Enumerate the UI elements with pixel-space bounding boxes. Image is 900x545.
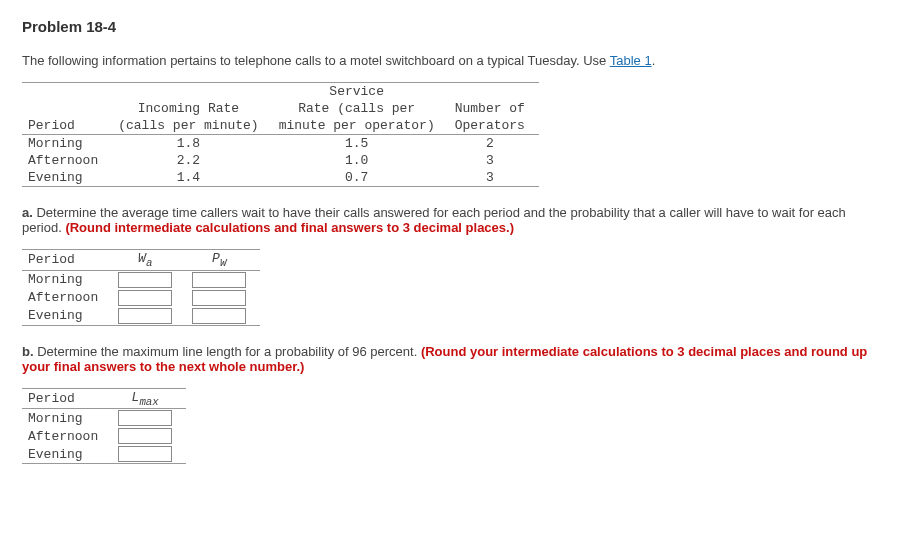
- table-row: Morning 1.8 1.5 2: [22, 135, 539, 153]
- part-a-table: Period Wa PW Morning Afternoon Evening: [22, 249, 260, 326]
- a-pw-input-evening[interactable]: [192, 308, 246, 324]
- part-b-text: Determine the maximum line length for a …: [34, 344, 421, 359]
- service-header-2: minute per operator): [273, 117, 449, 135]
- cell-service: 1.0: [273, 152, 449, 169]
- cell-ops: 3: [449, 152, 539, 169]
- period-header: Period: [22, 117, 112, 135]
- table-1-link[interactable]: Table 1: [610, 53, 652, 68]
- a-pw-input-morning[interactable]: [192, 272, 246, 288]
- cell-service: 0.7: [273, 169, 449, 187]
- b-period: Afternoon: [22, 427, 112, 445]
- table-row: Afternoon: [22, 289, 260, 307]
- part-a-question: a. Determine the average time callers wa…: [22, 205, 878, 235]
- intro-pre: The following information pertains to te…: [22, 53, 610, 68]
- b-period-header: Period: [22, 388, 112, 409]
- incoming-header-1: Incoming Rate: [112, 100, 272, 117]
- table-row: Evening 1.4 0.7 3: [22, 169, 539, 187]
- intro-post: .: [652, 53, 656, 68]
- part-a-note: (Round intermediate calculations and fin…: [65, 220, 514, 235]
- cell-service: 1.5: [273, 135, 449, 153]
- table-row: Afternoon: [22, 427, 186, 445]
- page-title: Problem 18-4: [22, 18, 878, 35]
- a-pw-input-afternoon[interactable]: [192, 290, 246, 306]
- incoming-header-2: (calls per minute): [112, 117, 272, 135]
- a-period: Evening: [22, 307, 112, 326]
- cell-ops: 2: [449, 135, 539, 153]
- a-period: Afternoon: [22, 289, 112, 307]
- b-period: Morning: [22, 409, 112, 428]
- ops-header-1: Number of: [449, 100, 539, 117]
- a-wa-input-morning[interactable]: [118, 272, 172, 288]
- b-lmax-input-afternoon[interactable]: [118, 428, 172, 444]
- cell-period: Afternoon: [22, 152, 112, 169]
- table-row: Morning: [22, 409, 186, 428]
- table-row: Evening: [22, 445, 186, 464]
- part-b-question: b. Determine the maximum line length for…: [22, 344, 878, 374]
- a-pw-header: PW: [186, 250, 260, 271]
- part-a-label: a.: [22, 205, 33, 220]
- part-b-table: Period Lmax Morning Afternoon Evening: [22, 388, 186, 465]
- cell-ops: 3: [449, 169, 539, 187]
- service-header-1: Rate (calls per: [273, 100, 449, 117]
- a-wa-header: Wa: [112, 250, 186, 271]
- intro-text: The following information pertains to te…: [22, 53, 878, 68]
- b-lmax-input-morning[interactable]: [118, 410, 172, 426]
- cell-incoming: 1.8: [112, 135, 272, 153]
- table-row: Morning: [22, 270, 260, 289]
- ops-header-2: Operators: [449, 117, 539, 135]
- service-header-0: Service: [273, 83, 449, 101]
- part-b-label: b.: [22, 344, 34, 359]
- cell-incoming: 2.2: [112, 152, 272, 169]
- cell-incoming: 1.4: [112, 169, 272, 187]
- cell-period: Evening: [22, 169, 112, 187]
- table-row: Evening: [22, 307, 260, 326]
- a-period-header: Period: [22, 250, 112, 271]
- b-period: Evening: [22, 445, 112, 464]
- b-lmax-input-evening[interactable]: [118, 446, 172, 462]
- a-wa-input-afternoon[interactable]: [118, 290, 172, 306]
- table-row: Afternoon 2.2 1.0 3: [22, 152, 539, 169]
- data-table: Service Incoming Rate Rate (calls per Nu…: [22, 82, 539, 187]
- a-wa-input-evening[interactable]: [118, 308, 172, 324]
- b-lmax-header: Lmax: [112, 388, 186, 409]
- a-period: Morning: [22, 270, 112, 289]
- cell-period: Morning: [22, 135, 112, 153]
